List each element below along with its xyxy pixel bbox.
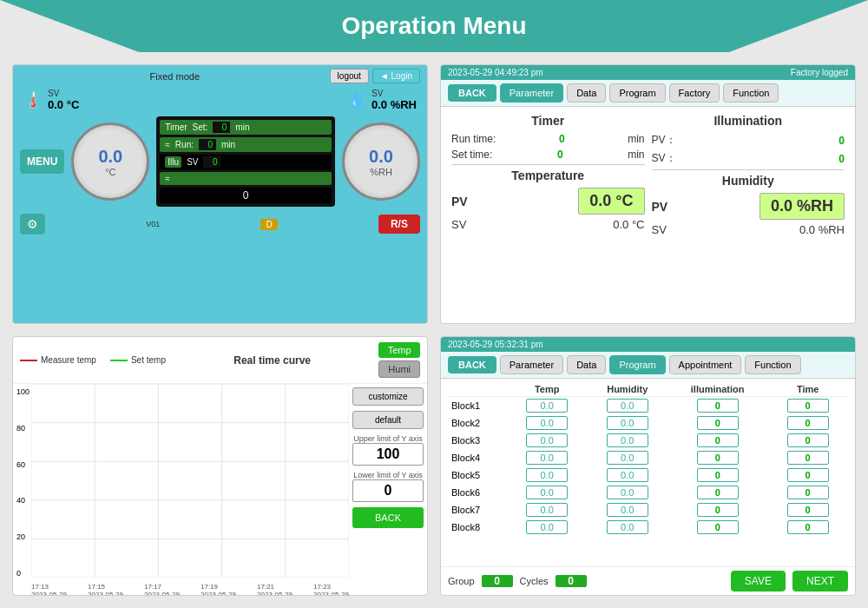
temp-pv-row: PV 0.0 °C (451, 188, 645, 215)
time-cell[interactable] (767, 501, 848, 519)
upper-limit-value[interactable]: 100 (352, 443, 424, 466)
bl-controls: customize default Upper limit of Y axis … (349, 384, 427, 595)
illu-cell[interactable] (667, 501, 767, 519)
time-cell[interactable] (767, 414, 848, 432)
logout-button[interactable]: logout (330, 69, 369, 83)
set-temp-line (110, 360, 128, 361)
time-cell[interactable] (767, 519, 848, 536)
login-button[interactable]: ◄ Login (372, 69, 420, 83)
humi-cell[interactable] (587, 449, 667, 466)
illu-cell[interactable] (667, 449, 767, 466)
humi-sv-value: 0.0 %RH (799, 223, 845, 236)
br-back-button[interactable]: BACK (448, 356, 496, 373)
illu-cell[interactable] (667, 519, 767, 536)
tab-program[interactable]: Program (609, 83, 665, 102)
humi-cell[interactable] (587, 414, 667, 432)
rs-button[interactable]: R/S (378, 215, 420, 234)
customize-button[interactable]: customize (352, 387, 424, 406)
next-button[interactable]: NEXT (792, 571, 848, 591)
block-label: Block2 (448, 414, 507, 432)
bl-body: 100 80 60 40 20 0 (13, 384, 427, 595)
sv-humi-container: SV 0.0 %RH (372, 89, 417, 111)
block-label: Block8 (448, 519, 507, 536)
temp-cell[interactable] (507, 466, 588, 484)
timer-section: Timer Run time: 0 min Set time: 0 min Te… (451, 114, 645, 316)
x3: 17:172023-05-29 (144, 583, 180, 596)
save-button[interactable]: SAVE (731, 571, 786, 591)
temp-cell[interactable] (507, 519, 588, 536)
time-cell[interactable] (767, 484, 848, 501)
temp-cell[interactable] (507, 501, 588, 519)
time-cell[interactable] (767, 466, 848, 484)
gauge-temp-value: 0.0 (98, 147, 122, 167)
temp-cell[interactable] (507, 432, 588, 449)
group-input[interactable] (482, 575, 513, 587)
sv-temp-container: SV 0.0 °C (48, 89, 79, 111)
illu-cell[interactable] (667, 397, 767, 415)
temp-cell[interactable] (507, 397, 588, 415)
br-header: 2023-05-29 05:32:31 pm (441, 337, 855, 352)
settings-button[interactable]: ⚙ (20, 214, 45, 235)
humi-cell[interactable] (587, 466, 667, 484)
humi-button[interactable]: Humi (378, 360, 420, 378)
timer-label: Timer (165, 122, 187, 132)
br-tab-data[interactable]: Data (567, 355, 606, 374)
temp-button[interactable]: Temp (378, 342, 420, 358)
tab-factory[interactable]: Factory (669, 83, 720, 102)
illu-cell[interactable] (667, 466, 767, 484)
illu-pv-label: PV： (652, 133, 676, 148)
humi-cell[interactable] (587, 397, 667, 415)
illu-cell[interactable] (667, 432, 767, 449)
humi-pv-label: PV (652, 200, 668, 214)
tab-parameter[interactable]: Parameter (500, 83, 563, 102)
login-area: logout ◄ Login (330, 69, 420, 83)
humi-cell[interactable] (587, 501, 667, 519)
br-tab-appointment[interactable]: Appointment (669, 355, 742, 374)
br-datetime: 2023-05-29 05:32:31 pm (448, 340, 543, 349)
run-time-row: Run time: 0 min (451, 133, 645, 145)
run-time-label: Run time: (451, 133, 496, 145)
humi-cell[interactable] (587, 484, 667, 501)
tab-function[interactable]: Function (723, 83, 779, 102)
illumination-humidity-section: Illumination PV： 0 SV： 0 Humidity PV 0.0… (652, 114, 845, 316)
tl-header: Fixed mode logout ◄ Login (13, 65, 427, 87)
tr-back-button[interactable]: BACK (448, 84, 496, 102)
temp-cell[interactable] (507, 449, 588, 466)
tab-data[interactable]: Data (567, 83, 606, 102)
temp-cell[interactable] (507, 484, 588, 501)
temp-sv-label: SV (451, 218, 466, 231)
illu-cell[interactable] (667, 484, 767, 501)
run-unit: min (221, 140, 235, 149)
cycles-input[interactable] (556, 575, 587, 587)
gauge-humi-unit: %RH (370, 167, 392, 177)
d-indicator: D (260, 219, 277, 230)
temp-cell[interactable] (507, 414, 588, 432)
menu-button[interactable]: MENU (20, 149, 64, 174)
temp-pv-value: 0.0 °C (578, 188, 644, 215)
block-label: Block5 (448, 466, 507, 484)
measure-temp-legend: Measure temp (20, 355, 96, 365)
time-cell[interactable] (767, 397, 848, 415)
br-tab-parameter[interactable]: Parameter (500, 355, 563, 374)
lower-limit-value[interactable]: 0 (352, 479, 424, 502)
table-row: Block4 (448, 449, 848, 466)
illu-cell[interactable] (667, 414, 767, 432)
main-content: Fixed mode logout ◄ Login 🌡️ SV 0.0 °C 💧… (0, 52, 868, 608)
br-tab-program[interactable]: Program (609, 355, 665, 374)
humi-cell[interactable] (587, 432, 667, 449)
chart-back-button[interactable]: BACK (352, 507, 424, 528)
sv-temp-value: 0.0 °C (48, 98, 79, 111)
br-tab-function[interactable]: Function (745, 355, 800, 374)
tr-body: Timer Run time: 0 min Set time: 0 min Te… (441, 107, 855, 323)
time-cell[interactable] (767, 449, 848, 466)
table-row: Block7 (448, 501, 848, 519)
set-value: 0 (213, 122, 230, 133)
drop-icon: 💧 (347, 90, 366, 109)
humi-pv-row: PV 0.0 %RH (652, 193, 845, 220)
time-cell[interactable] (767, 432, 848, 449)
table-row: Block6 (448, 484, 848, 501)
table-row: Block8 (448, 519, 848, 536)
sv-row: 🌡️ SV 0.0 °C 💧 SV 0.0 %RH (13, 87, 427, 113)
humi-cell[interactable] (587, 519, 667, 536)
default-button[interactable]: default (352, 411, 424, 429)
